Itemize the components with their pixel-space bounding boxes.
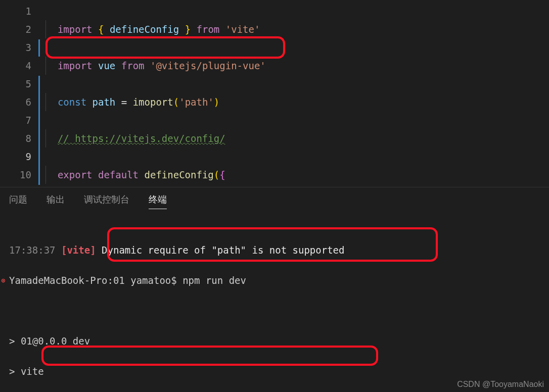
tab-debug-console[interactable]: 调试控制台 <box>84 193 129 209</box>
line-number: 1 <box>0 2 31 20</box>
line-number: 5 <box>0 75 31 93</box>
code-line[interactable]: // https://vitejs.dev/config/ <box>45 129 308 148</box>
error-icon: ⊗ <box>1 273 5 288</box>
line-number: 9 <box>0 148 31 166</box>
line-number: 6 <box>0 93 31 111</box>
code-line[interactable]: import { defineConfig } from 'vite' <box>45 20 308 38</box>
code-editor[interactable]: 1 2 3 4 5 6 7 8 9 10 import { defineConf… <box>0 0 549 187</box>
code-line[interactable]: export default defineConfig({ <box>45 166 308 184</box>
terminal-line: 17:38:37 [vite] Dynamic require of "path… <box>9 242 540 258</box>
terminal-line: > vite <box>9 364 540 379</box>
line-number: 8 <box>0 129 31 148</box>
terminal-panel[interactable]: 17:38:37 [vite] Dynamic require of "path… <box>0 213 549 392</box>
terminal-line: > 01@0.0.0 dev <box>9 333 540 349</box>
line-number: 7 <box>0 111 31 129</box>
panel-tabs: 问题 输出 调试控制台 终端 <box>0 187 549 213</box>
tab-output[interactable]: 输出 <box>47 193 65 209</box>
line-number: 10 <box>0 166 31 184</box>
code-content[interactable]: import { defineConfig } from 'vite' impo… <box>45 0 308 187</box>
tab-terminal[interactable]: 终端 <box>149 193 167 209</box>
code-line[interactable]: import vue from '@vitejs/plugin-vue' <box>45 57 308 75</box>
terminal-line <box>9 303 540 318</box>
line-number: 2 <box>0 20 31 38</box>
tab-problems[interactable]: 问题 <box>9 193 27 209</box>
code-line[interactable]: const path = imoport('path') <box>45 93 308 111</box>
terminal-line: ⊗YamadeMacBook-Pro:01 yamatoo$ npm run d… <box>9 273 540 288</box>
watermark: CSDN @TooyamaNaoki <box>457 380 544 389</box>
line-number: 4 <box>0 57 31 75</box>
line-number: 3 <box>0 38 31 57</box>
